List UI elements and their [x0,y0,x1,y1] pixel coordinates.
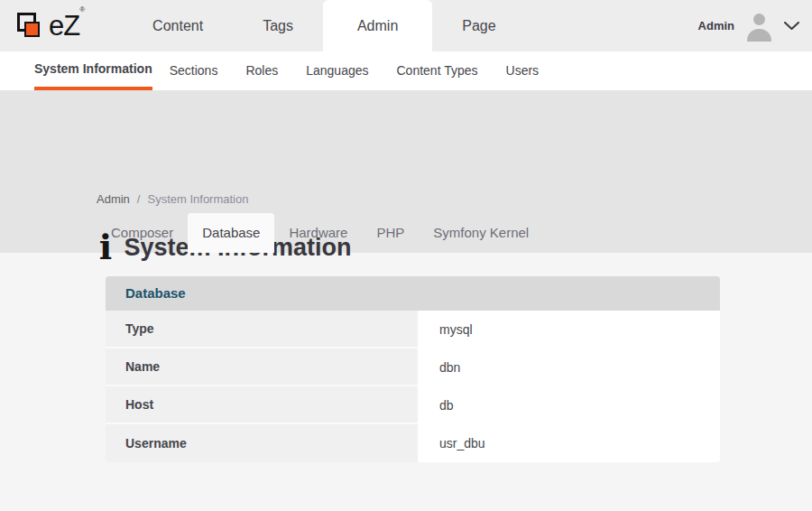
system-info-tabs: Composer Database Hardware PHP Symfony K… [97,213,543,253]
subnav-item-sections[interactable]: Sections [170,51,218,90]
row-label-name: Name [106,348,418,386]
breadcrumb-admin-link[interactable]: Admin [97,192,130,206]
row-label-host: Host [106,386,418,424]
menu-item-page[interactable]: Page [432,0,525,51]
chevron-down-icon[interactable] [784,22,799,31]
subnav-item-roles[interactable]: Roles [245,51,278,90]
row-value-username: usr_dbu [418,424,720,462]
row-value-name: dbn [418,348,720,386]
user-name: Admin [698,19,734,33]
admin-subnav: System Information Sections Roles Langua… [0,51,812,90]
tab-php[interactable]: PHP [362,213,419,253]
table-row: Host db [106,386,720,424]
subnav-item-content-types[interactable]: Content Types [397,51,478,90]
tab-content-section: Database Type mysql Name dbn Host db Use… [0,253,812,511]
table-row: Name dbn [106,348,720,386]
tab-composer[interactable]: Composer [97,213,188,253]
row-value-type: mysql [418,311,720,348]
main-menu: Content Tags Admin Page [123,0,526,51]
subnav-item-users[interactable]: Users [506,51,540,90]
logo-text: eZ [49,8,79,44]
table-header: Database [106,276,720,311]
database-info-table: Database Type mysql Name dbn Host db Use… [106,276,720,462]
menu-item-tags[interactable]: Tags [233,0,323,51]
ez-logo-icon [11,8,49,44]
row-label-username: Username [106,424,418,462]
logo-orange-square [24,22,40,37]
breadcrumb-current: System Information [147,192,248,206]
menu-item-admin[interactable]: Admin [323,0,432,51]
page-header-section: Admin/System Information ℹ System Inform… [0,90,812,253]
tab-symfony-kernel[interactable]: Symfony Kernel [419,213,543,253]
row-label-type: Type [106,311,418,348]
registered-mark: ® [79,5,85,14]
table-row: Username usr_dbu [106,424,720,462]
row-value-host: db [418,386,720,424]
user-menu[interactable]: Admin [698,0,799,51]
menu-item-content[interactable]: Content [123,0,233,51]
ez-logo[interactable]: eZ ® [11,0,85,51]
subnav-item-system-information[interactable]: System Information [34,51,152,90]
tab-hardware[interactable]: Hardware [274,213,362,253]
breadcrumb: Admin/System Information [97,192,248,206]
breadcrumb-separator: / [137,192,141,206]
tab-database[interactable]: Database [188,213,274,253]
avatar-icon [743,10,775,42]
table-row: Type mysql [106,311,720,348]
topbar: eZ ® Content Tags Admin Page Admin [0,0,812,51]
subnav-item-languages[interactable]: Languages [306,51,368,90]
